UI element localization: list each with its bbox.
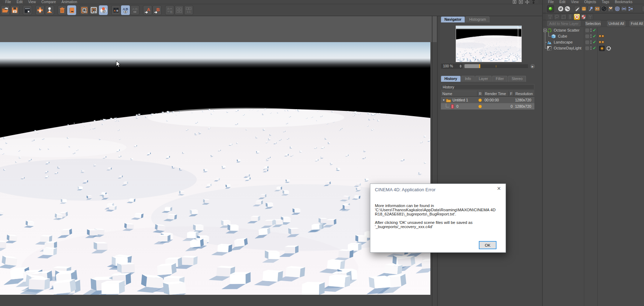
editor-visibility-dot[interactable] bbox=[590, 28, 592, 30]
om-menu-file[interactable]: File bbox=[548, 0, 554, 4]
enabled-check-icon[interactable]: ✓ bbox=[593, 28, 596, 32]
blend-ab-eye-button[interactable] bbox=[99, 5, 108, 15]
export-image-button[interactable] bbox=[35, 5, 45, 15]
editor-visibility-dot[interactable] bbox=[590, 40, 592, 42]
panel-grip[interactable] bbox=[543, 4, 546, 13]
tab-info[interactable]: Info bbox=[461, 76, 475, 82]
zoom-slider-marker[interactable] bbox=[479, 64, 480, 68]
pin-button[interactable] bbox=[587, 6, 594, 12]
om-menu-edit[interactable]: Edit bbox=[559, 0, 565, 4]
menu-compare[interactable]: Compare bbox=[41, 0, 56, 4]
navigator-thumbnail[interactable] bbox=[456, 26, 522, 62]
object-name[interactable]: Cube bbox=[558, 34, 567, 38]
add-to-new-layer-button[interactable]: Add to New Layer bbox=[547, 21, 580, 26]
tab-filter[interactable]: Filter bbox=[492, 76, 507, 82]
dock-down-icon[interactable] bbox=[531, 0, 536, 5]
compare-ab-eye-button[interactable]: AB bbox=[121, 5, 130, 15]
om-menu-bookmarks[interactable]: Bookmarks bbox=[615, 0, 632, 4]
split-panes-icon[interactable] bbox=[512, 0, 517, 5]
object-row[interactable]: Octane Scatter✓ bbox=[543, 27, 644, 33]
render-active-button[interactable] bbox=[547, 5, 554, 12]
eye-box-button[interactable] bbox=[594, 6, 600, 12]
pen-button[interactable] bbox=[574, 6, 580, 12]
render-visibility-dot[interactable] bbox=[590, 31, 592, 32]
panel-splitter[interactable] bbox=[437, 16, 438, 306]
dialog-close-button[interactable]: × bbox=[495, 185, 503, 192]
editor-visibility-dot[interactable] bbox=[590, 34, 592, 36]
panel-grip[interactable] bbox=[543, 0, 546, 4]
object-row[interactable]: Cube✓ bbox=[543, 33, 644, 39]
zoom-stepper[interactable] bbox=[460, 65, 462, 68]
zoom-slider[interactable] bbox=[464, 64, 528, 68]
person-button[interactable] bbox=[567, 14, 573, 20]
expand-arrow-icon[interactable]: ▼ bbox=[442, 99, 445, 102]
column-header-name[interactable]: Name bbox=[441, 91, 477, 96]
movie-clapper-button[interactable] bbox=[23, 5, 32, 15]
tab-histogram[interactable]: Histogram bbox=[466, 16, 489, 22]
panel-grip[interactable] bbox=[0, 0, 3, 4]
new-panel-icon[interactable] bbox=[518, 0, 523, 5]
expand-toggle[interactable] bbox=[544, 29, 547, 32]
gear-tag[interactable] bbox=[606, 45, 612, 51]
dot-parens-button[interactable] bbox=[621, 6, 627, 12]
render-viewport[interactable] bbox=[0, 16, 437, 306]
layer-color-box[interactable] bbox=[585, 40, 589, 44]
layer-color-box[interactable] bbox=[585, 34, 589, 38]
frame-b-eye-button[interactable] bbox=[89, 5, 98, 15]
table-row[interactable]: ▼Untitled 100:00:001280x720 bbox=[441, 97, 534, 103]
object-name[interactable]: Landscape bbox=[554, 40, 573, 44]
export-user-button[interactable] bbox=[45, 5, 54, 15]
layer-color-box[interactable] bbox=[585, 28, 589, 32]
menu-edit[interactable]: Edit bbox=[17, 0, 22, 4]
swap-ab-button[interactable]: AB bbox=[165, 5, 174, 15]
tab-layer[interactable]: Layer bbox=[475, 76, 492, 82]
column-header-r[interactable]: R bbox=[477, 91, 483, 96]
editor-visibility-dot[interactable] bbox=[590, 46, 592, 48]
bugreport-shield-button[interactable] bbox=[574, 14, 580, 20]
object-row[interactable]: OctaneDayLight✓ bbox=[543, 45, 644, 51]
flag-button[interactable] bbox=[607, 6, 614, 12]
enabled-check-icon[interactable]: ✓ bbox=[593, 40, 596, 44]
om-menu-tags[interactable]: Tags bbox=[602, 0, 609, 4]
column-header-f[interactable]: F bbox=[508, 91, 514, 96]
object-row[interactable]: Landscape✓ bbox=[543, 39, 644, 45]
ok-button[interactable]: OK bbox=[479, 241, 496, 249]
material-tag[interactable] bbox=[599, 41, 601, 44]
address-book-button[interactable] bbox=[67, 5, 76, 15]
menu-file[interactable]: File bbox=[5, 0, 11, 4]
panel-grip[interactable] bbox=[543, 20, 546, 27]
delete-trash-button[interactable] bbox=[58, 5, 67, 15]
panel-grip[interactable] bbox=[538, 0, 541, 4]
sun-tag[interactable] bbox=[599, 45, 605, 51]
y-split-button[interactable] bbox=[587, 14, 593, 20]
tab-history[interactable]: History bbox=[441, 76, 461, 82]
material-tag[interactable] bbox=[601, 35, 604, 38]
wave-button[interactable] bbox=[564, 6, 571, 12]
render-visibility-dot[interactable] bbox=[590, 36, 592, 38]
note-button[interactable] bbox=[581, 6, 587, 12]
object-name[interactable]: OctaneDayLight bbox=[554, 46, 581, 50]
material-tag[interactable] bbox=[601, 41, 604, 44]
navigator-play-button[interactable]: ▶ bbox=[530, 64, 535, 69]
enabled-check-icon[interactable]: ✓ bbox=[593, 46, 596, 50]
enabled-check-icon[interactable]: ✓ bbox=[593, 34, 596, 38]
render-visibility-dot[interactable] bbox=[590, 48, 592, 50]
set-a-button[interactable]: A bbox=[143, 5, 152, 15]
panel-grip[interactable] bbox=[543, 13, 546, 20]
unfold-all-button[interactable]: Unfold All bbox=[607, 21, 625, 26]
table-row[interactable]: 001280x720 bbox=[441, 103, 534, 109]
tab-navigator[interactable]: Navigator bbox=[441, 16, 465, 22]
material-tag[interactable] bbox=[599, 35, 601, 38]
target-button[interactable] bbox=[614, 6, 620, 12]
tab-stereo[interactable]: Stereo bbox=[508, 76, 526, 82]
frame-a-eye-button[interactable] bbox=[80, 5, 89, 15]
lasso-button[interactable] bbox=[554, 14, 560, 20]
slash-button[interactable] bbox=[601, 6, 607, 12]
folder-open-button[interactable] bbox=[1, 5, 10, 15]
object-name[interactable]: Octane Scatter bbox=[554, 28, 579, 32]
layer-color-box[interactable] bbox=[585, 46, 589, 50]
selection-button[interactable]: Selection bbox=[585, 21, 601, 26]
zoom-field[interactable]: 100 % bbox=[441, 64, 463, 69]
network-button[interactable] bbox=[627, 6, 634, 12]
grid-ab-button[interactable] bbox=[175, 5, 184, 15]
